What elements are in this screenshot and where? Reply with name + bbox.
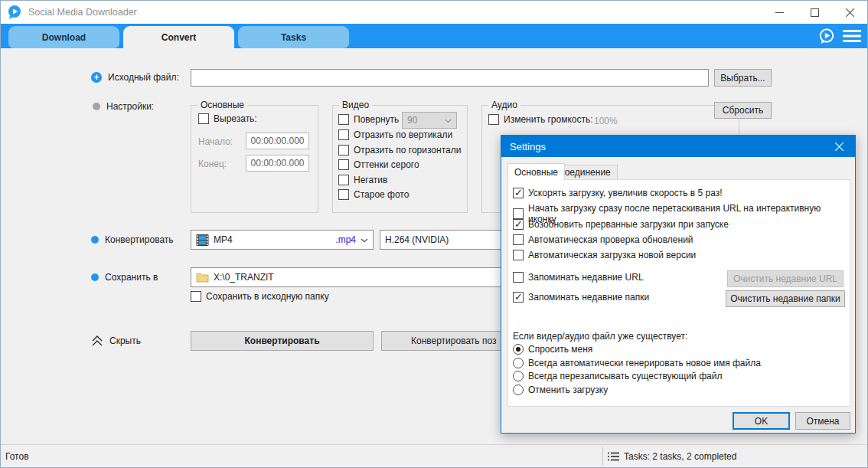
- rotate-checkbox-box[interactable]: [338, 114, 349, 125]
- dialog-option-4[interactable]: Автоматическая загрузка новой версии: [513, 250, 696, 260]
- close-icon[interactable]: [832, 1, 867, 24]
- minimize-icon[interactable]: [762, 1, 797, 24]
- reset-button-label: Сбросить: [723, 105, 763, 116]
- format-select[interactable]: MP4 .mp4: [191, 230, 374, 250]
- convert-label-row: Конвертировать: [91, 234, 174, 245]
- dialog-option-3[interactable]: Автоматическая проверка обновлений: [513, 234, 693, 245]
- app-icon: [7, 5, 22, 20]
- video-option-1-box[interactable]: [338, 145, 349, 155]
- double-chevron-up-icon[interactable]: [91, 335, 103, 347]
- dialog-tab-connection-label: Соединение: [558, 167, 611, 178]
- tab-tasks[interactable]: Tasks: [238, 26, 349, 48]
- group-audio-title: Аудио: [488, 100, 520, 110]
- file-exists-radio-0[interactable]: Спросить меня: [513, 344, 592, 355]
- remember-folders-checkbox[interactable]: Запоминать недавние папки: [513, 292, 649, 303]
- clear-recent-urls-button[interactable]: Очистить недавние URL: [727, 270, 844, 287]
- file-exists-radio-3-box[interactable]: [513, 385, 524, 395]
- tasks-list-icon: [608, 452, 619, 461]
- convert-button[interactable]: Конвертировать: [191, 331, 374, 351]
- rotate-checkbox[interactable]: Повернуть: [338, 114, 399, 125]
- chevron-down-icon: [361, 234, 368, 245]
- remember-folders-checkbox-box[interactable]: [513, 292, 524, 303]
- group-basic-title: Основные: [197, 100, 247, 110]
- save-path-input[interactable]: X:\0_TRANZIT: [191, 267, 540, 287]
- remember-folders-checkbox-label: Запоминать недавние папки: [528, 292, 649, 303]
- tab-convert[interactable]: Convert: [123, 26, 234, 48]
- dialog-option-0[interactable]: Ускорять загрузку, увеличив скорость в 5…: [513, 188, 723, 198]
- convert-button-label: Конвертировать: [244, 335, 319, 346]
- file-exists-radio-1-box[interactable]: [513, 358, 524, 368]
- dialog-option-2-box[interactable]: [513, 219, 524, 230]
- hide-label[interactable]: Скрыть: [109, 335, 141, 346]
- tab-download[interactable]: Download: [8, 26, 119, 48]
- dialog-tab-general-label: Основные: [514, 167, 558, 178]
- remember-urls-checkbox[interactable]: Запоминать недавние URL: [513, 272, 644, 283]
- dialog-title: Settings: [510, 141, 546, 152]
- rotate-angle-value: 90: [407, 115, 417, 126]
- volume-checkbox-box[interactable]: [488, 114, 499, 125]
- interactive-bubble-icon[interactable]: [817, 28, 835, 45]
- dialog-option-2[interactable]: Возобновить прерванные загрузки при запу…: [513, 219, 729, 230]
- video-options-list: Отразить по вертикалиОтразить по горизон…: [338, 129, 467, 211]
- file-exists-radio-2-box[interactable]: [513, 371, 524, 381]
- choose-file-button-label: Выбрать...: [720, 73, 765, 83]
- end-time-input[interactable]: [246, 155, 309, 172]
- blue-bullet-icon: [91, 236, 99, 244]
- video-option-1[interactable]: Отразить по горизонтали: [338, 145, 461, 155]
- dialog-tab-general[interactable]: Основные: [507, 163, 565, 180]
- remember-urls-checkbox-box[interactable]: [513, 272, 524, 283]
- video-option-0[interactable]: Отразить по вертикали: [338, 129, 452, 140]
- file-exists-radio-0-box[interactable]: [513, 344, 524, 355]
- maximize-icon[interactable]: [797, 1, 832, 24]
- hide-row[interactable]: Скрыть: [91, 335, 141, 347]
- video-option-2-box[interactable]: [338, 159, 349, 170]
- group-video-title: Видео: [339, 100, 372, 110]
- video-option-3-box[interactable]: [338, 175, 349, 185]
- rotate-angle-select[interactable]: 90: [402, 112, 457, 129]
- video-option-4[interactable]: Старое фото: [338, 189, 409, 200]
- blue-bullet-icon: [91, 273, 99, 281]
- dialog-option-4-label: Автоматическая загрузка новой версии: [528, 250, 696, 260]
- video-option-0-box[interactable]: [338, 129, 349, 140]
- file-exists-radio-2-label: Всегда перезаписывать существующий файл: [528, 371, 722, 381]
- choose-file-button[interactable]: Выбрать...: [714, 69, 772, 87]
- volume-checkbox[interactable]: Изменить громкость:: [488, 114, 593, 125]
- file-exists-radio-2[interactable]: Всегда перезаписывать существующий файл: [513, 371, 722, 381]
- video-option-0-label: Отразить по вертикали: [354, 129, 452, 140]
- settings-label: Настройки:: [106, 101, 154, 112]
- dialog-close-icon[interactable]: [823, 136, 855, 157]
- file-exists-radio-3[interactable]: Отменить загрузку: [513, 385, 608, 395]
- file-exists-radio-1[interactable]: Всегда автоматически генерировать новое …: [513, 358, 761, 368]
- save-source-folder-checkbox-box[interactable]: [191, 291, 201, 302]
- cancel-button[interactable]: Отмена: [795, 412, 850, 430]
- cut-checkbox[interactable]: Вырезать:: [198, 113, 257, 124]
- dialog-option-2-label: Возобновить прерванные загрузки при запу…: [528, 219, 729, 230]
- dialog-option-0-box[interactable]: [513, 188, 524, 198]
- start-time-input[interactable]: [246, 133, 309, 149]
- video-option-3[interactable]: Негатив: [338, 175, 387, 185]
- settings-dialog: Settings Основные Соединение Ускорять за…: [501, 135, 856, 434]
- codec-value: H.264 (NVIDIA): [385, 234, 449, 245]
- save-source-folder-checkbox[interactable]: Сохранить в исходную папку: [191, 291, 329, 302]
- file-exists-radio-3-label: Отменить загрузку: [528, 385, 608, 395]
- clear-recent-folders-button[interactable]: Очистить недавние папки: [726, 290, 845, 307]
- video-option-2[interactable]: Оттенки серого: [338, 159, 419, 170]
- dialog-option-1-box[interactable]: [513, 208, 524, 219]
- menu-icon[interactable]: [843, 29, 861, 43]
- video-option-4-box[interactable]: [338, 189, 349, 200]
- source-file-input[interactable]: [191, 69, 709, 87]
- dialog-option-0-label: Ускорять загрузку, увеличив скорость в 5…: [528, 188, 723, 198]
- clear-recent-folders-button-label: Очистить недавние папки: [730, 293, 840, 304]
- source-file-label: Исходный файл:: [108, 72, 179, 83]
- save-to-label: Сохранить в: [105, 272, 158, 283]
- chevron-down-icon: [445, 115, 452, 126]
- tab-strip: Download Convert Tasks: [1, 24, 867, 48]
- reset-button[interactable]: Сбросить: [714, 102, 772, 119]
- add-icon[interactable]: +: [91, 72, 102, 83]
- folder-icon: [196, 272, 209, 283]
- cut-checkbox-box[interactable]: [198, 113, 209, 124]
- dialog-option-3-box[interactable]: [513, 234, 524, 245]
- video-option-1-label: Отразить по горизонтали: [354, 145, 461, 155]
- ok-button[interactable]: OK: [733, 412, 790, 430]
- dialog-option-4-box[interactable]: [513, 250, 524, 260]
